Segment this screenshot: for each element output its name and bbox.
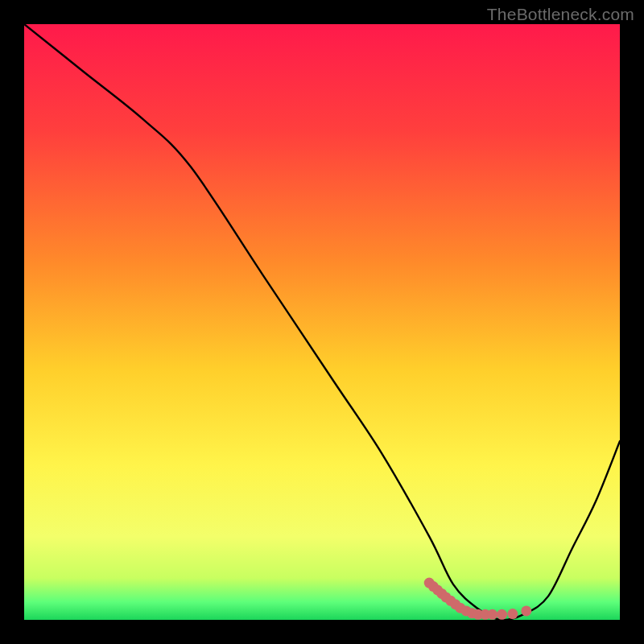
marker-dot [497, 609, 507, 620]
marker-dot [487, 609, 497, 620]
chart-frame [24, 24, 620, 620]
watermark-text: TheBottleneck.com [487, 5, 634, 24]
chart-background [24, 24, 620, 620]
marker-dot [507, 609, 518, 619]
bottleneck-chart [24, 24, 620, 620]
marker-dot [521, 605, 531, 616]
